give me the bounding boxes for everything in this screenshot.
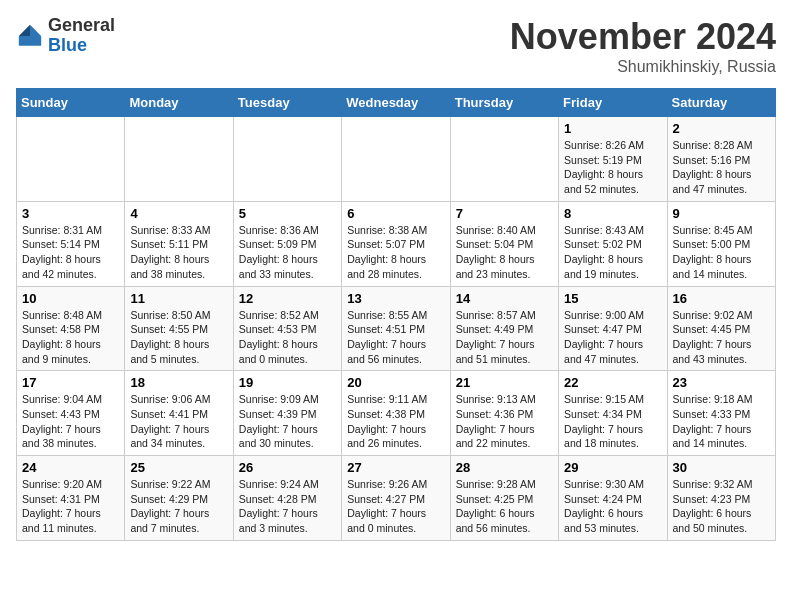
calendar-cell: 18Sunrise: 9:06 AM Sunset: 4:41 PM Dayli… xyxy=(125,371,233,456)
day-info: Sunrise: 9:24 AM Sunset: 4:28 PM Dayligh… xyxy=(239,477,336,536)
day-number: 16 xyxy=(673,291,770,306)
calendar-cell: 9Sunrise: 8:45 AM Sunset: 5:00 PM Daylig… xyxy=(667,201,775,286)
calendar-cell: 17Sunrise: 9:04 AM Sunset: 4:43 PM Dayli… xyxy=(17,371,125,456)
calendar-cell: 12Sunrise: 8:52 AM Sunset: 4:53 PM Dayli… xyxy=(233,286,341,371)
calendar-cell: 10Sunrise: 8:48 AM Sunset: 4:58 PM Dayli… xyxy=(17,286,125,371)
day-number: 21 xyxy=(456,375,553,390)
day-info: Sunrise: 9:04 AM Sunset: 4:43 PM Dayligh… xyxy=(22,392,119,451)
logo: General Blue xyxy=(16,16,115,56)
calendar-week-row: 17Sunrise: 9:04 AM Sunset: 4:43 PM Dayli… xyxy=(17,371,776,456)
calendar-cell: 22Sunrise: 9:15 AM Sunset: 4:34 PM Dayli… xyxy=(559,371,667,456)
weekday-header-thursday: Thursday xyxy=(450,89,558,117)
day-number: 8 xyxy=(564,206,661,221)
location-title: Shumikhinskiy, Russia xyxy=(510,58,776,76)
weekday-header-monday: Monday xyxy=(125,89,233,117)
day-number: 3 xyxy=(22,206,119,221)
logo-text: General Blue xyxy=(48,16,115,56)
day-info: Sunrise: 9:22 AM Sunset: 4:29 PM Dayligh… xyxy=(130,477,227,536)
day-info: Sunrise: 8:36 AM Sunset: 5:09 PM Dayligh… xyxy=(239,223,336,282)
calendar-header: SundayMondayTuesdayWednesdayThursdayFrid… xyxy=(17,89,776,117)
day-number: 25 xyxy=(130,460,227,475)
day-number: 24 xyxy=(22,460,119,475)
day-number: 30 xyxy=(673,460,770,475)
calendar-cell xyxy=(342,117,450,202)
calendar-cell: 7Sunrise: 8:40 AM Sunset: 5:04 PM Daylig… xyxy=(450,201,558,286)
weekday-header-saturday: Saturday xyxy=(667,89,775,117)
day-info: Sunrise: 9:20 AM Sunset: 4:31 PM Dayligh… xyxy=(22,477,119,536)
day-number: 10 xyxy=(22,291,119,306)
day-number: 17 xyxy=(22,375,119,390)
day-info: Sunrise: 9:15 AM Sunset: 4:34 PM Dayligh… xyxy=(564,392,661,451)
calendar-cell: 26Sunrise: 9:24 AM Sunset: 4:28 PM Dayli… xyxy=(233,456,341,541)
day-number: 13 xyxy=(347,291,444,306)
day-number: 2 xyxy=(673,121,770,136)
svg-marker-0 xyxy=(30,25,41,36)
calendar-cell: 16Sunrise: 9:02 AM Sunset: 4:45 PM Dayli… xyxy=(667,286,775,371)
day-number: 20 xyxy=(347,375,444,390)
calendar-cell xyxy=(125,117,233,202)
day-info: Sunrise: 8:26 AM Sunset: 5:19 PM Dayligh… xyxy=(564,138,661,197)
calendar-cell xyxy=(233,117,341,202)
weekday-header-sunday: Sunday xyxy=(17,89,125,117)
day-info: Sunrise: 8:45 AM Sunset: 5:00 PM Dayligh… xyxy=(673,223,770,282)
calendar-week-row: 3Sunrise: 8:31 AM Sunset: 5:14 PM Daylig… xyxy=(17,201,776,286)
day-number: 28 xyxy=(456,460,553,475)
weekday-header-tuesday: Tuesday xyxy=(233,89,341,117)
calendar-week-row: 24Sunrise: 9:20 AM Sunset: 4:31 PM Dayli… xyxy=(17,456,776,541)
svg-rect-2 xyxy=(19,36,41,46)
calendar-cell: 27Sunrise: 9:26 AM Sunset: 4:27 PM Dayli… xyxy=(342,456,450,541)
calendar-cell: 5Sunrise: 8:36 AM Sunset: 5:09 PM Daylig… xyxy=(233,201,341,286)
calendar-cell: 23Sunrise: 9:18 AM Sunset: 4:33 PM Dayli… xyxy=(667,371,775,456)
day-info: Sunrise: 8:28 AM Sunset: 5:16 PM Dayligh… xyxy=(673,138,770,197)
day-number: 11 xyxy=(130,291,227,306)
day-number: 14 xyxy=(456,291,553,306)
day-number: 4 xyxy=(130,206,227,221)
day-info: Sunrise: 9:11 AM Sunset: 4:38 PM Dayligh… xyxy=(347,392,444,451)
day-number: 23 xyxy=(673,375,770,390)
header: General Blue November 2024 Shumikhinskiy… xyxy=(16,16,776,76)
day-info: Sunrise: 9:02 AM Sunset: 4:45 PM Dayligh… xyxy=(673,308,770,367)
calendar-cell xyxy=(17,117,125,202)
day-info: Sunrise: 8:48 AM Sunset: 4:58 PM Dayligh… xyxy=(22,308,119,367)
calendar-cell: 15Sunrise: 9:00 AM Sunset: 4:47 PM Dayli… xyxy=(559,286,667,371)
day-number: 5 xyxy=(239,206,336,221)
calendar-cell: 14Sunrise: 8:57 AM Sunset: 4:49 PM Dayli… xyxy=(450,286,558,371)
calendar-cell: 20Sunrise: 9:11 AM Sunset: 4:38 PM Dayli… xyxy=(342,371,450,456)
day-number: 7 xyxy=(456,206,553,221)
day-info: Sunrise: 9:18 AM Sunset: 4:33 PM Dayligh… xyxy=(673,392,770,451)
day-info: Sunrise: 9:32 AM Sunset: 4:23 PM Dayligh… xyxy=(673,477,770,536)
logo-icon xyxy=(16,22,44,50)
weekday-header-wednesday: Wednesday xyxy=(342,89,450,117)
calendar-cell: 25Sunrise: 9:22 AM Sunset: 4:29 PM Dayli… xyxy=(125,456,233,541)
day-number: 22 xyxy=(564,375,661,390)
day-info: Sunrise: 8:52 AM Sunset: 4:53 PM Dayligh… xyxy=(239,308,336,367)
calendar-table: SundayMondayTuesdayWednesdayThursdayFrid… xyxy=(16,88,776,541)
calendar-week-row: 10Sunrise: 8:48 AM Sunset: 4:58 PM Dayli… xyxy=(17,286,776,371)
day-info: Sunrise: 9:26 AM Sunset: 4:27 PM Dayligh… xyxy=(347,477,444,536)
day-info: Sunrise: 9:13 AM Sunset: 4:36 PM Dayligh… xyxy=(456,392,553,451)
calendar-cell: 29Sunrise: 9:30 AM Sunset: 4:24 PM Dayli… xyxy=(559,456,667,541)
calendar-cell: 2Sunrise: 8:28 AM Sunset: 5:16 PM Daylig… xyxy=(667,117,775,202)
calendar-cell: 13Sunrise: 8:55 AM Sunset: 4:51 PM Dayli… xyxy=(342,286,450,371)
calendar-cell: 28Sunrise: 9:28 AM Sunset: 4:25 PM Dayli… xyxy=(450,456,558,541)
logo-blue-text: Blue xyxy=(48,35,87,55)
day-info: Sunrise: 8:38 AM Sunset: 5:07 PM Dayligh… xyxy=(347,223,444,282)
day-info: Sunrise: 8:57 AM Sunset: 4:49 PM Dayligh… xyxy=(456,308,553,367)
logo-general-text: General xyxy=(48,15,115,35)
calendar-cell: 19Sunrise: 9:09 AM Sunset: 4:39 PM Dayli… xyxy=(233,371,341,456)
day-info: Sunrise: 8:43 AM Sunset: 5:02 PM Dayligh… xyxy=(564,223,661,282)
day-info: Sunrise: 9:28 AM Sunset: 4:25 PM Dayligh… xyxy=(456,477,553,536)
day-info: Sunrise: 9:30 AM Sunset: 4:24 PM Dayligh… xyxy=(564,477,661,536)
calendar-cell: 6Sunrise: 8:38 AM Sunset: 5:07 PM Daylig… xyxy=(342,201,450,286)
calendar-cell: 8Sunrise: 8:43 AM Sunset: 5:02 PM Daylig… xyxy=(559,201,667,286)
day-number: 19 xyxy=(239,375,336,390)
calendar-cell xyxy=(450,117,558,202)
weekday-header-row: SundayMondayTuesdayWednesdayThursdayFrid… xyxy=(17,89,776,117)
day-number: 9 xyxy=(673,206,770,221)
day-number: 1 xyxy=(564,121,661,136)
calendar-week-row: 1Sunrise: 8:26 AM Sunset: 5:19 PM Daylig… xyxy=(17,117,776,202)
day-number: 27 xyxy=(347,460,444,475)
calendar-cell: 11Sunrise: 8:50 AM Sunset: 4:55 PM Dayli… xyxy=(125,286,233,371)
calendar-cell: 3Sunrise: 8:31 AM Sunset: 5:14 PM Daylig… xyxy=(17,201,125,286)
month-title: November 2024 xyxy=(510,16,776,58)
